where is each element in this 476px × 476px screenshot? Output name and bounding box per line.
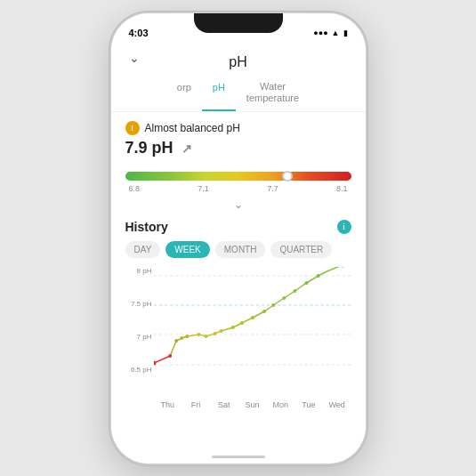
y-label-75: 7.5 pH [125, 300, 152, 308]
page-title: pH [129, 54, 348, 70]
notch [194, 13, 283, 33]
x-label-thu: Thu [154, 400, 182, 409]
battery-icon: ▮ [343, 28, 348, 37]
ph-value: 7.9 pH ↗ [125, 139, 351, 157]
header: ⌄ pH [111, 45, 366, 70]
tab-orp[interactable]: orp [166, 76, 202, 111]
tab-bar: orp pH Watertemperature [111, 76, 366, 112]
status-warning-icon: ! [125, 121, 140, 135]
svg-point-10 [204, 335, 207, 338]
svg-point-9 [197, 333, 200, 336]
status-bar: 4:03 ●●● ▲ ▮ [111, 13, 366, 45]
svg-point-17 [271, 303, 275, 307]
wifi-icon: ▲ [332, 28, 340, 37]
status-card: ! Almost balanced pH 7.9 pH ↗ [111, 112, 366, 172]
period-buttons: DAY WEEK MONTH QUARTER [125, 241, 351, 258]
svg-point-20 [304, 281, 308, 285]
ph-label-3: 7.7 [267, 184, 278, 193]
ph-bar [125, 172, 351, 181]
status-row: ! Almost balanced pH [125, 121, 351, 135]
svg-point-18 [282, 296, 286, 300]
y-label-65: 6.5 pH [125, 366, 152, 374]
status-icons: ●●● ▲ ▮ [313, 28, 347, 37]
period-week-button[interactable]: WEEK [165, 241, 209, 258]
expand-chevron[interactable]: ⌄ [111, 198, 366, 211]
info-icon[interactable]: i [337, 220, 351, 234]
y-label-8: 8 pH [125, 267, 152, 275]
svg-point-8 [185, 335, 189, 338]
ph-indicator [282, 171, 293, 182]
x-label-fri: Fri [182, 400, 210, 409]
ph-labels: 6.8 7.1 7.7 8.1 [125, 184, 351, 193]
svg-point-15 [250, 316, 254, 319]
chart-container: 8 pH 7.5 pH 7 pH 6.5 pH [125, 267, 351, 409]
x-label-sat: Sat [210, 400, 238, 409]
tab-ph[interactable]: pH [202, 76, 236, 111]
status-time: 4:03 [129, 28, 149, 38]
phone-screen: ⌄ pH orp pH Watertemperature ! Almost ba… [111, 45, 366, 464]
svg-point-14 [239, 321, 243, 325]
x-label-sun: Sun [238, 400, 267, 409]
signal-icon: ●●● [313, 28, 327, 37]
x-label-mon: Mon [266, 400, 294, 409]
period-day-button[interactable]: DAY [125, 241, 161, 258]
svg-point-6 [174, 339, 178, 343]
ph-label-4: 8.1 [336, 184, 348, 193]
history-title: History [125, 220, 168, 234]
period-month-button[interactable]: MONTH [215, 241, 266, 258]
svg-point-7 [180, 336, 183, 340]
ph-scale-container: 6.8 7.1 7.7 8.1 [111, 172, 366, 193]
phone-frame: 4:03 ●●● ▲ ▮ ⌄ pH orp pH Watertemperatur… [109, 12, 367, 465]
status-text: Almost balanced pH [145, 122, 240, 134]
history-section: History i DAY WEEK MONTH QUARTER 8 pH 7.… [111, 213, 366, 409]
ph-label-1: 6.8 [129, 184, 141, 193]
period-quarter-button[interactable]: QUARTER [270, 241, 332, 258]
x-label-wed: Wed [323, 400, 351, 409]
ph-label-2: 7.1 [198, 184, 209, 193]
svg-point-21 [316, 274, 319, 278]
ph-trend-arrow: ↗ [182, 141, 192, 156]
svg-point-19 [293, 289, 296, 293]
svg-point-22 [340, 267, 344, 268]
svg-point-11 [213, 332, 216, 335]
history-header: History i [125, 220, 351, 234]
x-axis-labels: Thu Fri Sat Sun Mon Tue Wed [154, 400, 351, 409]
svg-point-5 [168, 354, 172, 358]
home-indicator [212, 456, 265, 458]
chart-svg [154, 267, 351, 374]
y-label-7: 7 pH [125, 333, 152, 341]
svg-point-13 [230, 326, 234, 329]
tab-water-temp[interactable]: Watertemperature [236, 76, 310, 111]
x-label-tue: Tue [294, 400, 323, 409]
svg-point-16 [262, 310, 266, 313]
svg-point-12 [219, 329, 222, 333]
